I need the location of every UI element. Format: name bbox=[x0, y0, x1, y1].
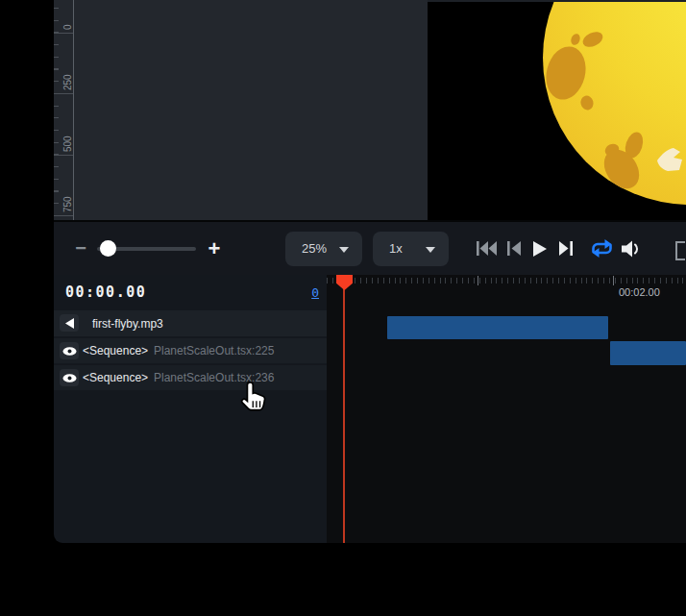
track-row-sequence[interactable]: <Sequence> PlanetScaleOut.tsx:225 bbox=[54, 338, 327, 363]
previous-frame-button[interactable] bbox=[504, 222, 524, 275]
zoom-slider-thumb[interactable] bbox=[100, 240, 116, 257]
sequence-clip-block[interactable] bbox=[610, 341, 686, 365]
ruler-label: 0 bbox=[62, 24, 73, 30]
chevron-down-icon bbox=[339, 247, 349, 253]
volume-icon bbox=[622, 240, 641, 258]
ruler-label: 750 bbox=[62, 196, 73, 212]
playhead-line bbox=[343, 277, 345, 543]
eye-icon[interactable] bbox=[60, 369, 79, 386]
timeline-track-area[interactable]: 00:02.00 bbox=[327, 275, 686, 543]
ruler-major-line bbox=[54, 93, 73, 94]
studio-window: 0 250 500 750 bbox=[54, 0, 686, 543]
loop-icon bbox=[590, 239, 614, 258]
horizontal-ruler-edge bbox=[428, 0, 686, 2]
sequence-clip-block[interactable] bbox=[387, 316, 608, 339]
track-row-audio[interactable]: first-flyby.mp3 bbox=[54, 310, 327, 336]
eye-icon[interactable] bbox=[60, 342, 79, 359]
fullscreen-icon[interactable] bbox=[675, 241, 685, 260]
play-button[interactable] bbox=[529, 222, 551, 275]
next-frame-button[interactable] bbox=[555, 222, 576, 275]
remotion-studio-page: 0 250 500 750 bbox=[0, 0, 686, 616]
ruler-major-line bbox=[54, 215, 73, 216]
preview-pane: 0 250 500 750 bbox=[54, 0, 686, 222]
ruler-label: 250 bbox=[62, 74, 73, 90]
volume-button[interactable] bbox=[619, 222, 644, 275]
vertical-ruler: 0 250 500 750 bbox=[54, 0, 74, 220]
previous-frame-icon bbox=[507, 241, 521, 256]
timeline-header: 00:00.00 0 bbox=[54, 275, 327, 309]
timeline-second-tick bbox=[478, 276, 478, 285]
timeline-track-panel: 00:00.00 0 first-flyby.mp3 bbox=[54, 275, 327, 543]
ruler-major-line bbox=[54, 33, 73, 34]
ruler-label: 500 bbox=[62, 136, 73, 152]
canvas-background bbox=[74, 0, 428, 220]
loop-toggle-button[interactable] bbox=[588, 222, 615, 275]
ruler-major-line bbox=[54, 155, 73, 156]
track-row-sequence[interactable]: <Sequence> PlanetScaleOut.tsx:236 bbox=[54, 365, 327, 390]
zoom-level-value: 25% bbox=[302, 232, 327, 266]
zoom-out-button[interactable]: − bbox=[71, 222, 90, 275]
track-label: <Sequence> bbox=[83, 365, 148, 390]
playback-toolbar: − + 25% 1x bbox=[54, 222, 686, 275]
track-label: <Sequence> bbox=[83, 338, 148, 363]
track-label: first-flyby.mp3 bbox=[92, 310, 163, 336]
hand-cursor-icon bbox=[238, 381, 269, 413]
composition-viewport bbox=[428, 0, 686, 220]
skip-to-start-button[interactable] bbox=[475, 222, 498, 275]
zoom-level-dropdown[interactable]: 25% bbox=[285, 232, 362, 266]
audio-track-icon[interactable] bbox=[60, 314, 79, 332]
skip-to-start-icon bbox=[477, 241, 497, 256]
timeline-section: 00:00.00 0 first-flyby.mp3 bbox=[54, 275, 686, 543]
play-icon bbox=[533, 241, 547, 257]
playback-rate-value: 1x bbox=[389, 232, 403, 266]
timeline-time-label: 00:02.00 bbox=[619, 286, 660, 298]
chevron-down-icon bbox=[426, 247, 435, 253]
playback-rate-dropdown[interactable]: 1x bbox=[373, 232, 449, 266]
track-source: PlanetScaleOut.tsx:225 bbox=[154, 338, 274, 363]
planet-illustration bbox=[428, 0, 686, 220]
zoom-in-button[interactable]: + bbox=[203, 222, 226, 275]
current-timecode: 00:00.00 bbox=[65, 283, 146, 301]
timeline-ruler-ticks bbox=[327, 278, 686, 283]
playhead-handle[interactable] bbox=[336, 275, 353, 290]
next-frame-icon bbox=[559, 241, 573, 256]
current-frame-link[interactable]: 0 bbox=[311, 285, 319, 300]
timeline-second-tick bbox=[613, 276, 614, 285]
